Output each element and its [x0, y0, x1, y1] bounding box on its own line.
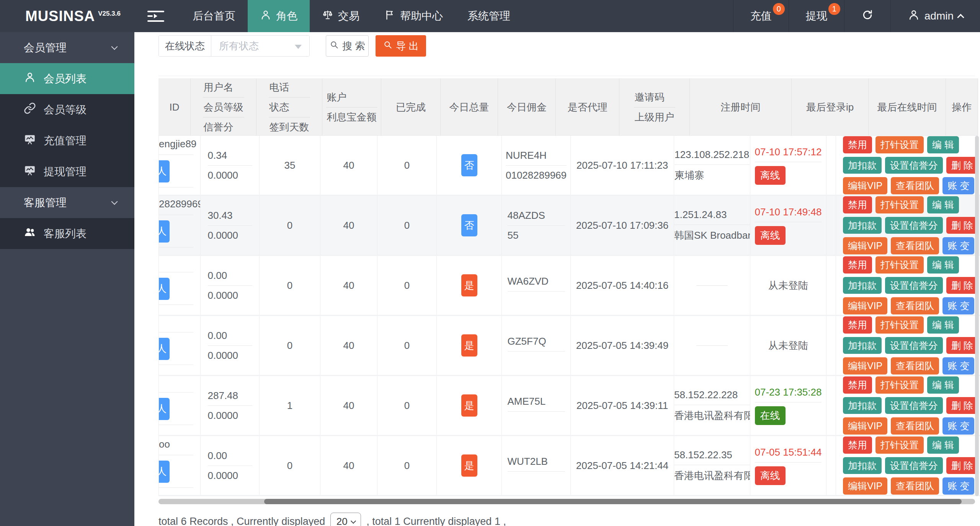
horizontal-scrollbar[interactable] — [158, 499, 975, 504]
disable-button[interactable]: 禁用 — [843, 436, 872, 454]
set-credit-score-button[interactable]: 设置信誉分 — [885, 397, 943, 414]
account-change-button[interactable]: 账 变 — [942, 177, 974, 194]
online-status-select[interactable]: 所有状态 — [211, 36, 309, 56]
menu-toggle-icon[interactable] — [147, 0, 165, 32]
last-online-time: 07-23 17:35:28 — [755, 386, 822, 402]
edit-vip-button[interactable]: 编辑VIP — [843, 297, 887, 314]
search-button[interactable]: 搜 索 — [326, 35, 369, 57]
user-menu[interactable]: admin — [890, 0, 980, 32]
injection-settings-button[interactable]: 打针设置 — [875, 436, 924, 454]
sidebar-group-support-management[interactable]: 客服管理 — [0, 187, 134, 218]
cell-username: 人 — [159, 376, 201, 435]
add-deduct-funds-button[interactable]: 加扣款 — [843, 217, 882, 234]
page-size-select[interactable]: 20 — [330, 513, 361, 526]
edit-button[interactable]: 编 辑 — [927, 316, 959, 334]
vertical-scrollbar[interactable] — [975, 136, 979, 496]
account-change-button[interactable]: 账 变 — [942, 237, 974, 254]
add-deduct-funds-button[interactable]: 加扣款 — [843, 157, 882, 174]
cell-today-total: 40 — [320, 436, 377, 495]
view-team-button[interactable]: 查看团队 — [891, 357, 939, 375]
view-team-button[interactable]: 查看团队 — [891, 177, 939, 194]
injection-settings-button[interactable]: 打针设置 — [875, 256, 924, 274]
nav-item-system-management[interactable]: 系统管理 — [455, 0, 523, 32]
view-team-button[interactable]: 查看团队 — [891, 477, 939, 495]
last-online-time: 07-10 17:49:48 — [755, 206, 822, 222]
injection-settings-button[interactable]: 打针设置 — [875, 196, 924, 213]
ip-address: 1.251.24.83 — [674, 209, 750, 225]
disable-button[interactable]: 禁用 — [843, 256, 872, 274]
nav-item-transactions[interactable]: 交易 — [310, 0, 372, 32]
delete-button[interactable]: 删 除 — [946, 397, 978, 414]
delete-button[interactable]: 删 除 — [946, 157, 978, 174]
disable-button[interactable]: 禁用 — [843, 136, 872, 153]
refresh-button[interactable] — [844, 0, 890, 32]
sidebar-item-support-list[interactable]: 客服列表 — [0, 218, 134, 249]
account-change-button[interactable]: 账 变 — [942, 297, 974, 314]
edit-vip-button[interactable]: 编辑VIP — [843, 357, 887, 375]
empty-ip-placeholder — [696, 345, 728, 346]
edit-vip-button[interactable]: 编辑VIP — [843, 237, 887, 254]
recharge-nav-button[interactable]: 充值 0 — [733, 0, 789, 32]
view-team-button[interactable]: 查看团队 — [891, 417, 939, 435]
edit-button[interactable]: 编 辑 — [927, 436, 959, 454]
delete-button[interactable]: 删 除 — [946, 337, 978, 354]
cell-last-login-ip: 1.251.24.83韩国SK Broadban — [674, 196, 750, 255]
nav-item-help-center[interactable]: 帮助中心 — [372, 0, 455, 32]
cell-invite-code: GZ5F7Q — [502, 316, 571, 375]
cell-actions: 禁用打针设置编 辑加扣款设置信誉分删 除编辑VIP查看团队账 变 — [836, 316, 980, 375]
add-deduct-funds-button[interactable]: 加扣款 — [843, 397, 882, 414]
edit-button[interactable]: 编 辑 — [927, 136, 959, 153]
set-credit-score-button[interactable]: 设置信誉分 — [885, 277, 943, 294]
invite-code: WUT2LB — [508, 456, 565, 472]
header-label: 用户名 — [203, 78, 244, 97]
disable-button[interactable]: 禁用 — [843, 316, 872, 334]
nav-item-roles[interactable]: 角色 — [248, 0, 310, 32]
set-credit-score-button[interactable]: 设置信誉分 — [885, 337, 943, 354]
set-credit-score-button[interactable]: 设置信誉分 — [885, 157, 943, 174]
header-label: 已完成 — [396, 101, 426, 114]
value: 0 — [287, 340, 292, 352]
value: 40 — [343, 160, 354, 171]
edit-vip-button[interactable]: 编辑VIP — [843, 477, 887, 495]
injection-settings-button[interactable]: 打针设置 — [875, 376, 924, 394]
edit-button[interactable]: 编 辑 — [927, 196, 959, 213]
add-deduct-funds-button[interactable]: 加扣款 — [843, 277, 882, 294]
account-change-button[interactable]: 账 变 — [942, 357, 974, 375]
sidebar-item-member-list[interactable]: 会员列表 — [0, 63, 134, 94]
edit-vip-button[interactable]: 编辑VIP — [843, 417, 887, 435]
injection-settings-button[interactable]: 打针设置 — [875, 136, 924, 153]
level-badge: 人 — [159, 160, 170, 182]
disable-button[interactable]: 禁用 — [843, 376, 872, 394]
account-change-button[interactable]: 账 变 — [942, 417, 974, 435]
set-credit-score-button[interactable]: 设置信誉分 — [885, 217, 943, 234]
delete-button[interactable]: 删 除 — [946, 457, 978, 474]
header-label: ID — [170, 101, 180, 113]
agent-no-badge: 否 — [461, 154, 477, 176]
sidebar-item-member-level[interactable]: 会员等级 — [0, 94, 134, 125]
edit-vip-button[interactable]: 编辑VIP — [843, 177, 887, 194]
agent-yes-badge: 是 — [461, 274, 477, 296]
edit-button[interactable]: 编 辑 — [927, 376, 959, 394]
set-credit-score-button[interactable]: 设置信誉分 — [885, 457, 943, 474]
withdraw-nav-button[interactable]: 提现 1 — [789, 0, 844, 32]
account-change-button[interactable]: 账 变 — [942, 477, 974, 495]
value: 0 — [287, 460, 292, 472]
edit-button[interactable]: 编 辑 — [927, 256, 959, 274]
spacer-cell — [826, 136, 836, 195]
nav-item-home[interactable]: 后台首页 — [180, 0, 248, 32]
delete-button[interactable]: 删 除 — [946, 217, 978, 234]
sidebar-item-recharge-management[interactable]: 充值管理 — [0, 125, 134, 156]
balance-value: 0.00 — [208, 450, 252, 466]
cell-invite-code: WUT2LB — [502, 436, 571, 495]
add-deduct-funds-button[interactable]: 加扣款 — [843, 337, 882, 354]
sidebar-item-withdraw-management[interactable]: 提现管理 — [0, 156, 134, 187]
horizontal-scrollbar-thumb[interactable] — [264, 499, 962, 504]
export-button[interactable]: 导 出 — [376, 35, 426, 57]
injection-settings-button[interactable]: 打针设置 — [875, 316, 924, 334]
view-team-button[interactable]: 查看团队 — [891, 237, 939, 254]
sidebar-group-member-management[interactable]: 会员管理 — [0, 32, 134, 63]
delete-button[interactable]: 删 除 — [946, 277, 978, 294]
view-team-button[interactable]: 查看团队 — [891, 297, 939, 314]
disable-button[interactable]: 禁用 — [843, 196, 872, 213]
add-deduct-funds-button[interactable]: 加扣款 — [843, 457, 882, 474]
